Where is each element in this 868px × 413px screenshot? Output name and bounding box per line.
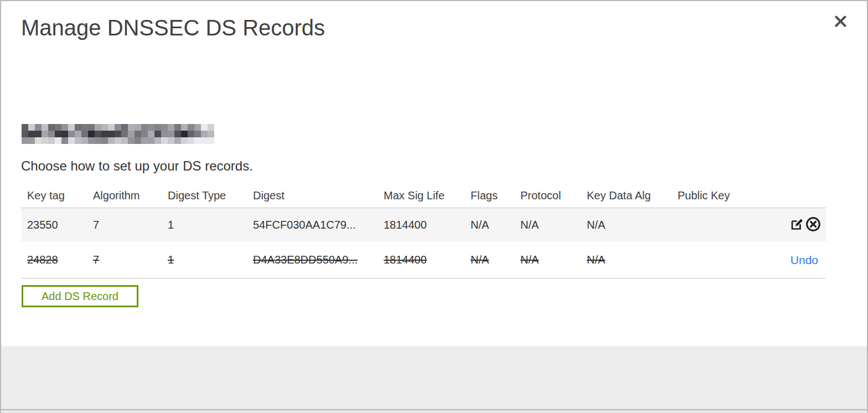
cell-flags: N/A — [471, 254, 520, 266]
column-header-key-tag: Key tag — [21, 189, 93, 202]
dnssec-modal: Manage DNSSEC DS Records Choose how to s… — [0, 0, 868, 413]
cell-flags: N/A — [471, 219, 520, 231]
column-header-protocol: Protocol — [520, 189, 587, 202]
cell-algorithm: 7 — [93, 254, 168, 266]
instructions-text: Choose how to set up your DS records. — [21, 158, 253, 174]
table-row: 23550 7 1 54FCF030AA1C79... 1814400 N/A … — [21, 208, 826, 242]
ds-records-table: Key tag Algorithm Digest Type Digest Max… — [21, 184, 826, 278]
delete-icon — [805, 216, 822, 234]
column-header-max-sig-life: Max Sig Life — [384, 189, 471, 202]
column-header-digest-type: Digest Type — [168, 189, 253, 202]
page-title: Manage DNSSEC DS Records — [21, 16, 325, 40]
cell-protocol: N/A — [520, 219, 587, 231]
column-header-flags: Flags — [471, 189, 520, 202]
cell-protocol: N/A — [520, 254, 587, 266]
cell-actions — [777, 216, 826, 234]
cell-key-tag: 24828 — [21, 254, 93, 266]
edit-record-button[interactable] — [789, 216, 805, 234]
page-bottom-strip — [1, 409, 867, 413]
cell-key-data-alg: N/A — [587, 219, 678, 231]
cell-digest: 54FCF030AA1C79... — [253, 219, 384, 231]
cell-max-sig-life: 1814400 — [384, 219, 471, 231]
cell-digest: D4A33E8DD550A9... — [253, 254, 384, 266]
column-header-key-data-alg: Key Data Alg — [587, 189, 678, 202]
cell-algorithm: 7 — [93, 219, 168, 231]
table-row: 24828 7 1 D4A33E8DD550A9... 1814400 N/A … — [21, 242, 826, 278]
cell-digest-type: 1 — [168, 219, 253, 231]
cell-key-tag: 23550 — [21, 219, 93, 231]
redacted-domain — [22, 124, 214, 144]
table-header-row: Key tag Algorithm Digest Type Digest Max… — [21, 184, 826, 208]
modal-footer: Save Cancel — [1, 346, 867, 409]
column-header-digest: Digest — [253, 189, 384, 202]
close-button[interactable] — [830, 12, 850, 32]
cell-key-data-alg: N/A — [587, 254, 678, 266]
add-ds-record-button[interactable]: Add DS Record — [22, 285, 138, 307]
edit-icon — [789, 216, 805, 234]
cell-max-sig-life: 1814400 — [384, 254, 471, 266]
cell-actions: Undo — [777, 254, 826, 267]
close-icon — [833, 14, 848, 30]
column-header-public-key: Public Key — [678, 189, 777, 202]
delete-record-button[interactable] — [805, 216, 822, 234]
cell-digest-type: 1 — [168, 254, 253, 266]
column-header-algorithm: Algorithm — [93, 189, 168, 202]
undo-link[interactable]: Undo — [790, 254, 822, 267]
